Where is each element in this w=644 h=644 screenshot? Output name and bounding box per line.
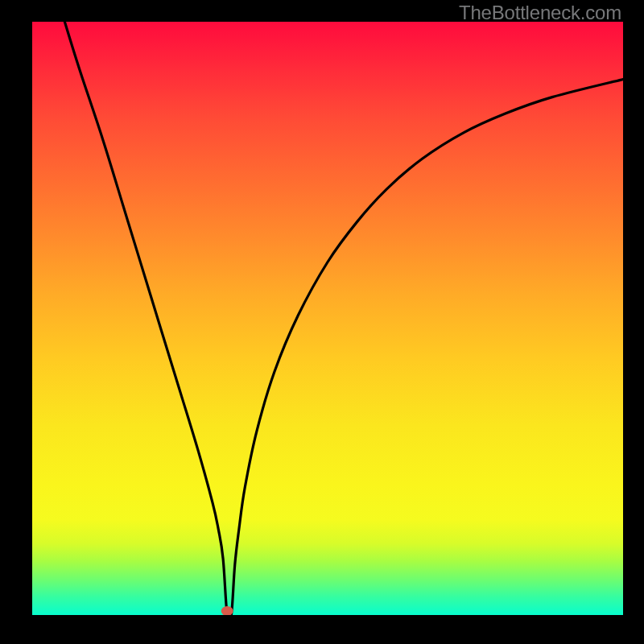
plot-area (32, 22, 623, 615)
chart-svg (32, 22, 623, 615)
watermark-text: TheBottleneck.com (459, 2, 621, 24)
curve-line (64, 22, 623, 615)
chart-frame: TheBottleneck.com (0, 0, 644, 644)
